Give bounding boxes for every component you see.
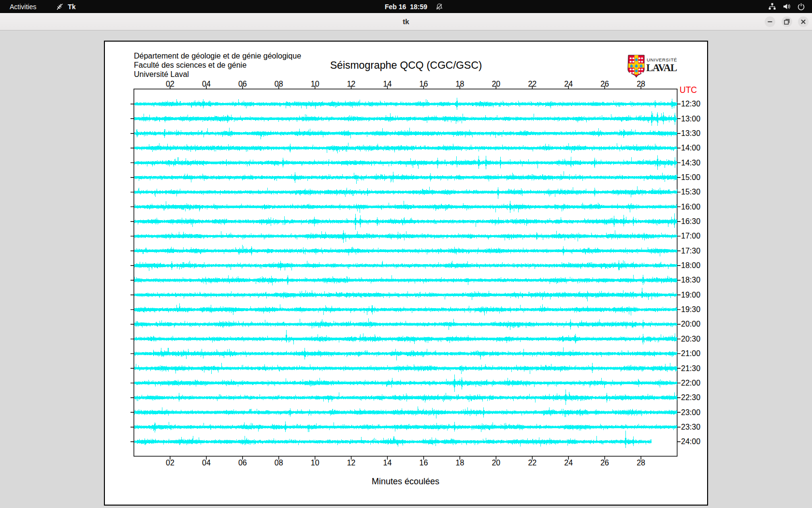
svg-text:12: 12 — [347, 459, 356, 467]
svg-text:21:30: 21:30 — [681, 364, 700, 373]
svg-text:28: 28 — [637, 80, 645, 88]
svg-text:12: 12 — [347, 80, 356, 88]
svg-text:17:00: 17:00 — [681, 232, 700, 240]
svg-text:28: 28 — [637, 459, 645, 467]
svg-text:18:30: 18:30 — [681, 276, 700, 284]
svg-text:20: 20 — [492, 459, 500, 467]
svg-text:19:30: 19:30 — [681, 305, 700, 314]
svg-text:18: 18 — [456, 459, 464, 467]
svg-text:13:30: 13:30 — [681, 129, 700, 137]
svg-text:22:30: 22:30 — [681, 393, 700, 402]
svg-text:06: 06 — [238, 80, 247, 88]
svg-text:14: 14 — [383, 80, 392, 88]
svg-text:16:30: 16:30 — [681, 217, 700, 225]
svg-text:20:30: 20:30 — [681, 335, 700, 343]
svg-text:16:00: 16:00 — [681, 203, 700, 211]
svg-text:22:00: 22:00 — [681, 379, 700, 387]
svg-text:14:30: 14:30 — [681, 159, 700, 167]
svg-text:24:00: 24:00 — [681, 437, 700, 446]
svg-text:19:00: 19:00 — [681, 291, 700, 299]
svg-text:16: 16 — [420, 80, 428, 88]
svg-text:10: 10 — [311, 459, 319, 467]
svg-text:22: 22 — [528, 459, 536, 467]
svg-text:21:00: 21:00 — [681, 349, 700, 358]
svg-text:15:00: 15:00 — [681, 173, 700, 181]
svg-text:Minutes écoulées: Minutes écoulées — [372, 477, 439, 486]
svg-text:LAVAL: LAVAL — [646, 62, 677, 74]
svg-text:15:30: 15:30 — [681, 188, 700, 196]
svg-text:20: 20 — [492, 80, 500, 88]
svg-text:24: 24 — [564, 80, 573, 88]
svg-text:13:00: 13:00 — [681, 115, 700, 123]
svg-text:20:00: 20:00 — [681, 320, 700, 328]
svg-text:UTC: UTC — [680, 85, 697, 95]
svg-text:18: 18 — [456, 80, 464, 88]
svg-text:02: 02 — [166, 80, 174, 88]
svg-text:26: 26 — [600, 80, 609, 88]
svg-text:14: 14 — [383, 459, 392, 467]
svg-text:17:30: 17:30 — [681, 247, 700, 255]
svg-text:02: 02 — [166, 459, 174, 467]
svg-text:Faculté des sciences et de gén: Faculté des sciences et de génie — [134, 61, 246, 69]
svg-text:26: 26 — [600, 459, 609, 467]
svg-text:14:00: 14:00 — [681, 144, 700, 152]
svg-text:08: 08 — [275, 459, 283, 467]
svg-text:08: 08 — [275, 80, 283, 88]
svg-text:23:00: 23:00 — [681, 408, 700, 417]
svg-text:06: 06 — [238, 459, 247, 467]
svg-text:Département de géologie et de: Département de géologie et de génie géol… — [134, 52, 301, 60]
svg-text:04: 04 — [202, 459, 211, 467]
svg-text:18:00: 18:00 — [681, 261, 700, 269]
svg-text:22: 22 — [528, 80, 536, 88]
svg-text:Séismographe QCQ (CGC/GSC): Séismographe QCQ (CGC/GSC) — [330, 60, 482, 71]
svg-text:12:30: 12:30 — [681, 100, 700, 108]
svg-text:24: 24 — [564, 459, 573, 467]
svg-text:04: 04 — [202, 80, 211, 88]
svg-text:Université Laval: Université Laval — [134, 70, 189, 78]
svg-text:16: 16 — [420, 459, 428, 467]
svg-text:10: 10 — [311, 80, 319, 88]
svg-text:23:30: 23:30 — [681, 423, 700, 431]
